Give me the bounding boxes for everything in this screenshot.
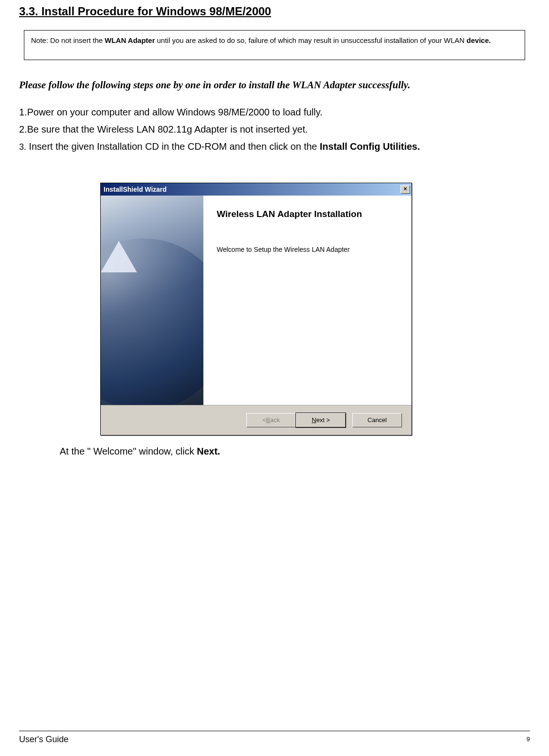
- step-1: 1.Power on your computer and allow Windo…: [19, 104, 530, 120]
- note-bold-1: WLAN Adapter: [105, 36, 155, 44]
- wizard-body: Wireless LAN Adapter Installation Welcom…: [101, 196, 412, 405]
- note-middle: until you are asked to do so, failure of…: [155, 36, 467, 44]
- page-number: 9: [527, 735, 530, 743]
- step-text: Power on your computer and allow Windows…: [27, 107, 323, 117]
- wizard-button-bar: < Back Next > Cancel: [101, 405, 412, 435]
- wizard-titlebar: InstallShield Wizard ×: [101, 183, 412, 196]
- wizard-heading: Wireless LAN Adapter Installation: [217, 209, 402, 219]
- wizard-window: InstallShield Wizard × Wireless LAN Adap…: [100, 183, 412, 435]
- footer-text: User's Guide: [19, 735, 68, 745]
- wizard-body-text: Welcome to Setup the Wireless LAN Adapte…: [217, 246, 402, 253]
- back-rest: ack: [270, 416, 280, 424]
- note-bold-2: device.: [466, 36, 491, 44]
- wizard-content: Wireless LAN Adapter Installation Welcom…: [203, 196, 412, 405]
- back-button: < Back: [246, 413, 296, 427]
- next-underline: N: [312, 416, 316, 424]
- step-2: 2.Be sure that the Wireless LAN 802.11g …: [19, 122, 530, 137]
- caption-bold: Next.: [197, 446, 220, 456]
- caption-text: At the " Welcome" window, click Next.: [60, 446, 530, 457]
- wizard-sidebar-image: [101, 196, 203, 405]
- step-number: 1.: [19, 107, 27, 117]
- step-text: Be sure that the Wireless LAN 802.11g Ad…: [27, 124, 308, 135]
- wizard-title: InstallShield Wizard: [104, 186, 167, 193]
- step-text-pre: Insert the given Installation CD in the …: [26, 141, 320, 152]
- step-number: 2.: [19, 124, 27, 135]
- step-text-bold: Install Config Utilities.: [320, 141, 420, 152]
- step-3: 3. Insert the given Installation CD in t…: [19, 139, 530, 154]
- back-lt: <: [263, 416, 266, 424]
- caption-pre: At the " Welcome" window, click: [60, 446, 197, 456]
- section-heading: 3.3. Install Procedure for Windows 98/ME…: [19, 0, 530, 18]
- wizard-screenshot: InstallShield Wizard × Wireless LAN Adap…: [100, 183, 412, 435]
- footer-divider: [19, 731, 530, 731]
- steps-list: 1.Power on your computer and allow Windo…: [19, 104, 530, 154]
- close-button[interactable]: ×: [401, 185, 410, 194]
- note-box: Note: Do not insert the WLAN Adapter unt…: [24, 30, 525, 60]
- cancel-button[interactable]: Cancel: [352, 413, 402, 427]
- back-underline: B: [266, 416, 270, 424]
- note-prefix: Note: Do not insert the: [31, 36, 105, 44]
- step-number: 3.: [19, 142, 26, 152]
- next-rest: ext >: [316, 416, 330, 424]
- next-button[interactable]: Next >: [296, 413, 346, 427]
- instruction-text: Please follow the following steps one by…: [19, 79, 530, 91]
